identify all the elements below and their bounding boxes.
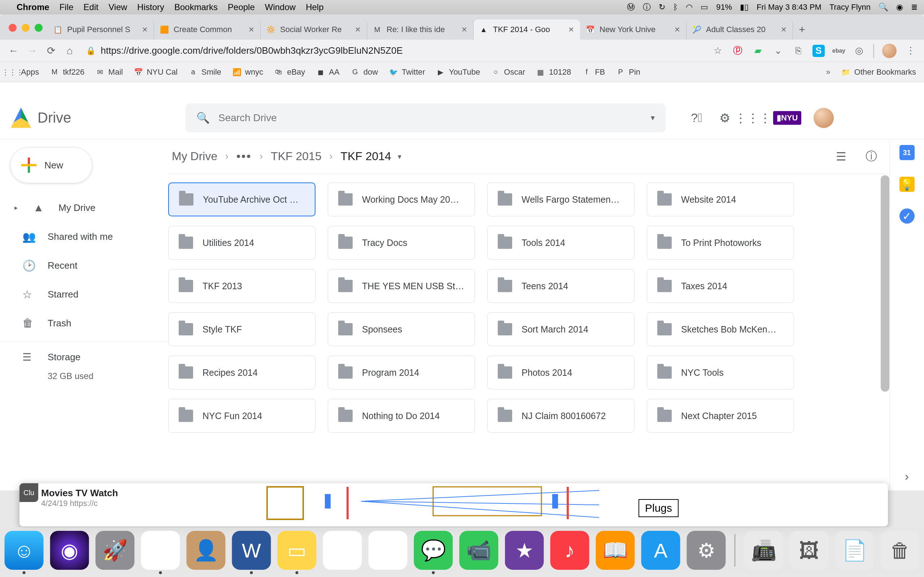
breadcrumb-overflow[interactable]: ••• [236, 150, 252, 163]
folder-item[interactable]: Style TKF [168, 312, 315, 346]
home-button[interactable]: ⌂ [63, 45, 76, 57]
nav-shared[interactable]: 👥 Shared with me [0, 222, 168, 251]
folder-item[interactable]: Program 2014 [328, 356, 475, 390]
wifi-icon[interactable]: ◠ [686, 3, 693, 12]
dock-chrome-icon[interactable]: ◯ [141, 531, 180, 570]
bookmarks-overflow[interactable]: » [826, 68, 830, 77]
dock-appstore-icon[interactable]: A [641, 531, 680, 570]
skype-icon[interactable]: S [813, 45, 825, 57]
moustache-icon[interactable]: Ⓜ [627, 2, 635, 13]
folder-item[interactable]: NJ Claim 800160672 [487, 399, 635, 433]
accessibility-icon[interactable]: ⓘ [643, 2, 651, 13]
calendar-addon-icon[interactable]: 31 [900, 145, 914, 160]
dock-music-icon[interactable]: ♪ [551, 531, 590, 570]
menu-bookmarks[interactable]: Bookmarks [174, 2, 218, 12]
pocket-icon[interactable]: ⌄ [772, 45, 784, 57]
star-icon[interactable]: ☆ [711, 45, 724, 57]
dock-doc-icon[interactable]: 📄 [835, 531, 874, 570]
folder-item[interactable]: NYC Tools [647, 356, 794, 390]
folder-item[interactable]: Sketches Bob McKen… [647, 312, 794, 346]
clock[interactable]: Fri May 3 8:43 PM [756, 3, 822, 12]
display-icon[interactable]: ▭ [701, 3, 708, 12]
close-tab-icon[interactable]: ✕ [247, 26, 255, 34]
close-window-button[interactable] [9, 24, 16, 32]
browser-tab[interactable]: 🟧Create Common✕ [154, 19, 261, 40]
bookmark-item[interactable]: ◼AA [316, 68, 339, 77]
notifications-icon[interactable]: ≣ [911, 3, 918, 12]
breadcrumb-current[interactable]: TKF 2014 [340, 150, 391, 163]
info-icon[interactable]: ⓘ [863, 148, 879, 164]
forward-button[interactable]: → [26, 45, 38, 57]
nav-starred[interactable]: ☆ Starred [0, 280, 168, 309]
folder-item[interactable]: To Print Photoworks [647, 226, 794, 259]
close-tab-icon[interactable]: ✕ [673, 26, 681, 34]
dock-word-icon[interactable]: W [232, 531, 271, 570]
folder-item[interactable]: Tools 2014 [487, 226, 635, 259]
close-tab-icon[interactable]: ✕ [567, 26, 575, 34]
folder-item[interactable]: TKF 2013 [168, 269, 315, 303]
dock-siri-icon[interactable]: ◉ [50, 531, 89, 570]
extension-icon[interactable]: ◎ [853, 45, 865, 57]
bookmark-item[interactable]: 📅NYU Cal [134, 68, 178, 77]
dock-launchpad-icon[interactable]: 🚀 [96, 531, 135, 570]
browser-tab[interactable]: 🎾Adult Classes 20✕ [687, 19, 793, 40]
nav-recent[interactable]: 🕑 Recent [0, 251, 168, 280]
browser-tab[interactable]: 🔆Social Worker Re✕ [261, 19, 367, 40]
timemachine-icon[interactable]: ↻ [659, 3, 665, 12]
browser-tab[interactable]: 📋Pupil Personnel S✕ [48, 19, 154, 40]
chrome-menu-icon[interactable]: ⋮ [905, 45, 917, 57]
browser-tab[interactable]: ▲TKF 2014 - Goo✕ [473, 19, 580, 40]
folder-item[interactable]: Wells Fargo Statemen… [487, 182, 635, 216]
close-tab-icon[interactable]: ✕ [460, 26, 468, 34]
battery-icon[interactable]: ▮▯ [740, 3, 749, 12]
spotlight-icon[interactable]: 🔍 [879, 3, 888, 12]
new-tab-button[interactable]: + [793, 19, 811, 40]
app-name[interactable]: Chrome [16, 2, 50, 12]
fullscreen-window-button[interactable] [35, 24, 43, 32]
dock-imovie-icon[interactable]: ★ [505, 531, 544, 570]
drive-search[interactable]: 🔍 ▾ [186, 103, 666, 132]
bookmark-item[interactable]: ▦10128 [536, 68, 571, 77]
folder-item[interactable]: Recipes 2014 [168, 356, 315, 390]
close-tab-icon[interactable]: ✕ [354, 26, 362, 34]
folder-item[interactable]: Working Docs May 20… [328, 182, 475, 216]
folder-item[interactable]: YouTube Archive Oct … [168, 182, 315, 216]
ebay-icon[interactable]: ebay [833, 45, 845, 57]
account-avatar[interactable] [814, 108, 834, 128]
bookmark-item[interactable]: Mtkf226 [50, 68, 84, 77]
folder-item[interactable]: Next Chapter 2015 [647, 399, 794, 433]
bluetooth-icon[interactable]: ᛒ [673, 3, 678, 12]
other-bookmarks[interactable]: 📁Other Bookmarks [842, 68, 916, 77]
folder-item[interactable]: Utilities 2014 [168, 226, 315, 259]
keep-addon-icon[interactable]: 💡 [900, 177, 914, 192]
back-button[interactable]: ← [7, 45, 19, 57]
bookmark-item[interactable]: ⋮⋮⋮Apps [8, 68, 39, 77]
evernote-icon[interactable]: ▰ [752, 45, 764, 57]
username[interactable]: Tracy Flynn [829, 3, 871, 12]
address-bar[interactable]: 🔒 https://drive.google.com/drive/folders… [82, 45, 705, 56]
menu-view[interactable]: View [109, 2, 128, 12]
new-button[interactable]: New [10, 147, 92, 183]
bookmark-item[interactable]: fFB [582, 68, 605, 77]
bookmark-item[interactable]: ▶YouTube [436, 68, 480, 77]
menu-history[interactable]: History [137, 2, 164, 12]
folder-item[interactable]: Website 2014 [647, 182, 794, 216]
bookmark-item[interactable]: Gdow [351, 68, 378, 77]
folder-item[interactable]: NYC Fun 2014 [168, 399, 315, 433]
bookmark-item[interactable]: ✉Mail [95, 68, 123, 77]
search-options-icon[interactable]: ▾ [651, 113, 655, 122]
list-view-icon[interactable]: ☰ [833, 148, 849, 164]
reload-button[interactable]: ⟳ [45, 45, 57, 57]
folder-item[interactable]: Tracy Docs [328, 226, 475, 259]
browser-tab[interactable]: MRe: I like this ide✕ [367, 19, 473, 40]
org-badge[interactable]: ▮NYU [773, 111, 801, 125]
dock-photos-icon[interactable]: ✿ [323, 531, 362, 570]
search-input[interactable] [218, 112, 642, 124]
dock-books-icon[interactable]: 📖 [596, 531, 635, 570]
minimize-window-button[interactable] [22, 24, 30, 32]
apps-grid-icon[interactable]: ⋮⋮⋮ [745, 110, 761, 126]
help-icon[interactable]: ?⃝ [689, 110, 704, 126]
bookmark-item[interactable]: PPin [616, 68, 640, 77]
bookmark-item[interactable]: aSmile [188, 68, 221, 77]
bookmark-item[interactable]: 📶wnyc [232, 68, 263, 77]
